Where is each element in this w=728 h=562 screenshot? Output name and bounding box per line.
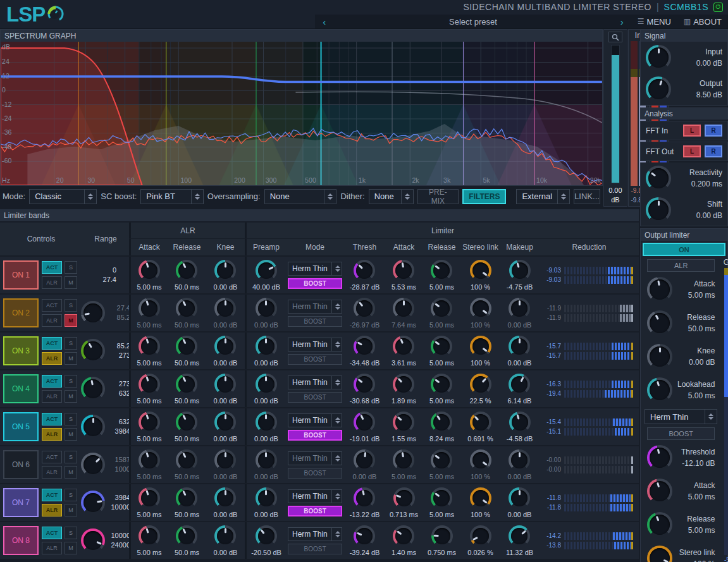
band-2-boost-button[interactable]: BOOST bbox=[288, 316, 342, 327]
band-5-preamp-knob[interactable] bbox=[256, 412, 277, 433]
band-7-attack-knob[interactable] bbox=[393, 487, 415, 509]
spectrum-graph[interactable]: dB24120-12-24-36-48-60Hz2030501002003005… bbox=[1, 42, 602, 185]
band-2-alr-release-knob[interactable] bbox=[176, 298, 197, 319]
band-7-on-button[interactable]: ON 7 bbox=[3, 488, 39, 517]
band-8-act-button[interactable]: ACT bbox=[42, 527, 62, 539]
band-5-alr-button[interactable]: ALR bbox=[42, 428, 62, 441]
fft-in-left-button[interactable]: L bbox=[683, 125, 701, 137]
band-7-alr-attack-knob[interactable] bbox=[139, 487, 160, 509]
signal-input-knob[interactable] bbox=[646, 45, 671, 70]
band-3-alr-attack-knob[interactable] bbox=[139, 336, 160, 357]
spinner-icon[interactable] bbox=[331, 490, 343, 503]
band-4-stereo-link-knob[interactable] bbox=[470, 374, 491, 395]
band-3-preamp-knob[interactable] bbox=[256, 336, 277, 357]
band-3-mode-select[interactable]: Herm Thin bbox=[288, 338, 342, 351]
output-alr-button[interactable]: ALR bbox=[647, 259, 715, 272]
band-5-alr-release-knob[interactable] bbox=[176, 412, 197, 433]
band-3-mute-button[interactable]: M bbox=[65, 352, 77, 365]
band-4-mute-button[interactable]: M bbox=[65, 390, 77, 403]
spinner-icon[interactable] bbox=[331, 262, 343, 275]
band-6-alr-knee-knob[interactable] bbox=[214, 449, 236, 471]
spinner-icon[interactable] bbox=[331, 452, 343, 465]
band-8-stereo-link-knob[interactable] bbox=[470, 525, 491, 547]
band-8-alr-attack-knob[interactable] bbox=[139, 525, 160, 547]
band-8-alr-button[interactable]: ALR bbox=[42, 542, 62, 554]
output-threshold-knob[interactable] bbox=[647, 445, 672, 470]
preset-prev-button[interactable]: ‹ bbox=[323, 16, 326, 27]
band-4-release-knob[interactable] bbox=[431, 374, 452, 395]
band-5-mute-button[interactable]: M bbox=[65, 428, 77, 441]
band-8-attack-knob[interactable] bbox=[393, 525, 414, 547]
band-2-solo-button[interactable]: S bbox=[65, 299, 77, 312]
menu-button[interactable]: ☰ MENU bbox=[631, 17, 677, 27]
band-5-thresh-knob[interactable] bbox=[354, 412, 375, 433]
band-8-thresh-knob[interactable] bbox=[354, 525, 375, 547]
analysis-shift-knob[interactable] bbox=[646, 197, 671, 223]
analysis-reactivity-knob[interactable] bbox=[646, 166, 671, 191]
band-7-alr-knee-knob[interactable] bbox=[214, 487, 236, 509]
band-6-alr-release-knob[interactable] bbox=[176, 449, 197, 471]
band-2-preamp-knob[interactable] bbox=[256, 298, 277, 319]
output-knee-knob[interactable] bbox=[647, 344, 672, 369]
band-3-release-knob[interactable] bbox=[431, 336, 452, 357]
band-5-solo-button[interactable]: S bbox=[65, 413, 77, 425]
magnifier-button[interactable] bbox=[608, 32, 622, 42]
band-5-range-knob[interactable] bbox=[81, 415, 105, 439]
band-5-alr-knee-knob[interactable] bbox=[214, 412, 236, 433]
output-mode-select[interactable]: Herm Thin bbox=[645, 409, 717, 424]
band-2-alr-attack-knob[interactable] bbox=[139, 298, 160, 319]
band-2-act-button[interactable]: ACT bbox=[42, 299, 62, 312]
band-4-alr-release-knob[interactable] bbox=[176, 374, 197, 395]
band-6-alr-attack-knob[interactable] bbox=[139, 449, 160, 471]
band-3-alr-button[interactable]: ALR bbox=[42, 352, 62, 365]
band-4-thresh-knob[interactable] bbox=[354, 374, 375, 395]
band-1-alr-button[interactable]: ALR bbox=[42, 276, 62, 289]
band-3-range-knob[interactable] bbox=[81, 339, 105, 363]
band-2-alr-button[interactable]: ALR bbox=[42, 314, 62, 327]
band-6-act-button[interactable]: ACT bbox=[42, 451, 62, 463]
band-3-act-button[interactable]: ACT bbox=[42, 337, 62, 350]
band-1-alr-release-knob[interactable] bbox=[176, 260, 197, 281]
signal-output-knob[interactable] bbox=[646, 76, 671, 102]
fft-out-left-button[interactable]: L bbox=[683, 145, 701, 157]
band-1-boost-button[interactable]: BOOST bbox=[288, 278, 342, 289]
zoom-fader[interactable] bbox=[611, 45, 620, 183]
band-6-release-knob[interactable] bbox=[431, 449, 452, 471]
band-3-solo-button[interactable]: S bbox=[65, 337, 77, 350]
band-6-makeup-knob[interactable] bbox=[509, 449, 530, 471]
band-7-mode-select[interactable]: Herm Thin bbox=[288, 489, 342, 503]
band-4-solo-button[interactable]: S bbox=[65, 375, 77, 388]
band-7-act-button[interactable]: ACT bbox=[42, 489, 62, 501]
preset-next-button[interactable]: › bbox=[620, 16, 624, 27]
band-4-range-knob[interactable] bbox=[81, 377, 105, 401]
band-1-alr-attack-knob[interactable] bbox=[139, 260, 160, 281]
band-7-alr-release-knob[interactable] bbox=[176, 487, 197, 509]
spinner-icon[interactable] bbox=[331, 300, 343, 313]
band-6-preamp-knob[interactable] bbox=[256, 449, 277, 471]
band-7-stereo-link-knob[interactable] bbox=[470, 487, 491, 509]
band-5-act-button[interactable]: ACT bbox=[42, 413, 62, 425]
band-2-range-knob[interactable] bbox=[81, 301, 105, 325]
band-8-mute-button[interactable]: M bbox=[65, 542, 77, 554]
fft-out-right-button[interactable]: R bbox=[705, 145, 722, 157]
power-icon[interactable]: ⏻ bbox=[713, 3, 723, 12]
band-6-mode-select[interactable]: Herm Thin bbox=[288, 451, 342, 465]
band-7-solo-button[interactable]: S bbox=[65, 489, 77, 501]
band-3-on-button[interactable]: ON 3 bbox=[3, 336, 39, 365]
band-7-alr-button[interactable]: ALR bbox=[42, 504, 62, 516]
band-3-makeup-knob[interactable] bbox=[509, 336, 530, 357]
band-7-mute-button[interactable]: M bbox=[65, 504, 77, 516]
band-4-alr-knee-knob[interactable] bbox=[214, 374, 236, 395]
band-1-makeup-knob[interactable] bbox=[509, 260, 531, 281]
spinner-icon[interactable] bbox=[331, 376, 343, 389]
external-select[interactable]: External bbox=[516, 189, 570, 204]
band-7-makeup-knob[interactable] bbox=[509, 487, 530, 509]
band-4-on-button[interactable]: ON 4 bbox=[3, 374, 39, 403]
output-attack-knob[interactable] bbox=[647, 479, 672, 504]
band-1-preamp-knob[interactable] bbox=[256, 260, 277, 281]
link-field[interactable]: LINK... bbox=[574, 189, 600, 204]
spinner-icon[interactable] bbox=[191, 190, 203, 204]
spinner-icon[interactable] bbox=[401, 190, 413, 204]
band-2-mute-button[interactable]: M bbox=[65, 314, 77, 327]
spinner-icon[interactable] bbox=[324, 190, 336, 204]
